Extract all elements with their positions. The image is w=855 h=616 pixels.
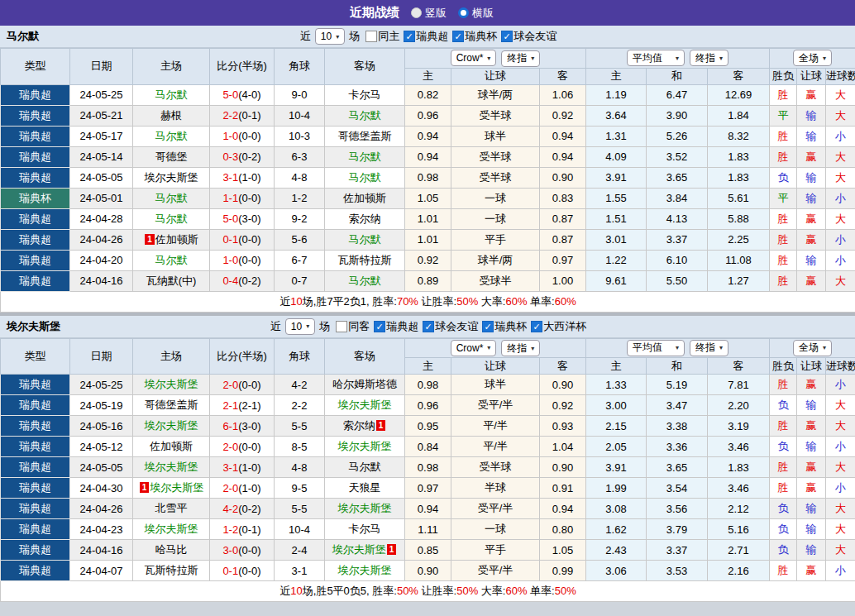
col-header: 比分(半场) [210, 338, 275, 375]
odds-home-cell: 0.92 [405, 250, 451, 270]
odds-handicap-cell: 受半球 [451, 105, 540, 126]
odds-away-cell: 0.94 [540, 126, 586, 146]
avg-home-cell: 1.22 [586, 250, 647, 270]
team-name: 瓦斯特拉斯 [338, 254, 392, 266]
type-badge: 瑞典超 [1, 229, 70, 250]
corner-cell: 9-5 [275, 478, 325, 499]
vertical-layout-radio[interactable] [411, 7, 422, 18]
filter-controls: 近10▾场同主✓瑞典超✓瑞典杯✓球会友谊 [299, 28, 556, 45]
score-cell: 3-1(1-0) [210, 457, 275, 478]
avg-draw-cell: 3.37 [647, 540, 708, 561]
type-badge: 瑞典超 [1, 540, 70, 561]
match-count-select[interactable]: 10▾ [285, 318, 315, 335]
corner-cell: 6-3 [275, 146, 325, 167]
corner-cell: 1-2 [275, 188, 325, 208]
league-checkbox-4[interactable]: ✓ [531, 321, 542, 332]
same-venue-checkbox[interactable] [365, 31, 377, 42]
league-checkbox-2[interactable]: ✓ [423, 321, 434, 332]
summary-text: 60% [555, 295, 576, 308]
odds-final-select[interactable]: 终指▾ [501, 50, 540, 67]
score-halftime: (3-0) [238, 212, 260, 225]
type-badge: 瑞典超 [1, 105, 70, 126]
scope-select[interactable]: 全场▾ [793, 340, 832, 356]
league-checkbox-1[interactable]: ✓ [374, 321, 385, 332]
league-checkbox-2-label: 瑞典杯 [465, 29, 497, 44]
league-checkbox-1[interactable]: ✓ [404, 31, 415, 42]
home-team-cell: 马尔默 [133, 250, 210, 270]
match-row: 瑞典超24-05-16埃尔夫斯堡6-1(3-0)5-5索尔纳10.95平/半0.… [1, 416, 855, 437]
league-checkbox-3-label: 球会友谊 [513, 29, 556, 44]
result-wdl-cell: 胜 [770, 270, 797, 291]
summary-cell: 近10场,胜5平0负5, 胜率:50% 让胜率:50% 大率:60% 单率:50… [1, 581, 855, 602]
avg-source-select[interactable]: 平均值▾ [627, 340, 685, 356]
corner-cell: 10-3 [275, 126, 325, 146]
match-row: 瑞典超24-05-05埃尔夫斯堡3-1(1-0)4-8马尔默0.98受半球0.9… [1, 167, 855, 188]
date-cell: 24-05-05 [70, 167, 133, 188]
type-badge: 瑞典超 [1, 126, 70, 146]
avg-home-cell: 1.99 [586, 478, 647, 499]
summary-text: 50% [555, 585, 576, 597]
odds-final-select[interactable]: 终指▾ [501, 340, 540, 356]
odds-company-select[interactable]: Crow*▾ [451, 340, 497, 356]
avg-source-select-value: 平均值 [633, 341, 662, 355]
away-team-cell: 卡尔马 [325, 84, 405, 105]
away-team-cell: 马尔默 [325, 146, 405, 167]
avg-final-select[interactable]: 终指▾ [690, 340, 728, 356]
date-cell: 24-05-21 [70, 105, 133, 126]
odds-handicap-cell: 球半 [451, 126, 540, 146]
date-cell: 24-04-26 [70, 499, 133, 519]
team-name: 马尔默 [349, 150, 381, 163]
score-cell: 5-0(4-0) [210, 84, 275, 105]
team-name: 赫根 [160, 109, 182, 122]
result-wdl-cell: 负 [770, 437, 797, 457]
corner-cell: 10-4 [275, 105, 325, 126]
result-handicap-cell: 赢 [797, 416, 826, 437]
match-count-select[interactable]: 10▾ [315, 28, 345, 45]
avg-home-cell: 2.43 [586, 540, 647, 561]
type-badge: 瑞典超 [1, 499, 70, 519]
avg-source-select[interactable]: 平均值▾ [627, 50, 685, 66]
result-goals-cell: 小 [826, 375, 855, 395]
avg-home-cell: 3.01 [586, 229, 647, 250]
score-cell: 1-0(0-0) [210, 250, 275, 270]
summary-row: 近10场,胜5平0负5, 胜率:50% 让胜率:50% 大率:60% 单率:50… [1, 581, 855, 602]
avg-final-select[interactable]: 终指▾ [690, 50, 728, 66]
date-cell: 24-04-20 [70, 250, 133, 270]
avg-draw-cell: 4.13 [647, 208, 708, 229]
result-goals-cell: 大 [826, 208, 855, 229]
result-goals-cell: 大 [826, 540, 855, 561]
odds-home-cell: 0.97 [405, 478, 451, 499]
scope-select[interactable]: 全场▾ [793, 50, 832, 66]
same-venue-checkbox-label: 同客 [348, 319, 370, 334]
avg-home-cell: 3.91 [586, 167, 647, 188]
odds-home-cell: 0.84 [405, 437, 451, 457]
odds-away-cell: 0.97 [540, 250, 586, 270]
odds-company-select[interactable]: Crow*▾ [451, 50, 497, 66]
same-venue-checkbox[interactable] [336, 321, 347, 332]
away-team-cell: 哈尔姆斯塔德 [325, 375, 405, 395]
result-handicap-cell: 赢 [797, 457, 826, 478]
avg-draw-cell: 3.47 [647, 395, 708, 416]
team-name: 佐加顿斯 [155, 233, 198, 246]
team-name: 索尔纳 [343, 419, 375, 432]
corner-cell: 5-5 [275, 499, 325, 519]
chevron-down-icon: ▾ [719, 344, 723, 351]
horizontal-layout-radio[interactable] [458, 7, 469, 18]
col-header: 角球 [275, 338, 325, 375]
team-name: 佐加顿斯 [343, 192, 386, 204]
result-handicap-cell: 赢 [797, 208, 826, 229]
avg-away-cell: 5.16 [708, 519, 770, 540]
team-name: 埃尔夫斯堡 [338, 564, 392, 576]
league-checkbox-2[interactable]: ✓ [452, 31, 464, 42]
avg-away-cell: 2.71 [708, 540, 770, 561]
league-checkbox-3[interactable]: ✓ [501, 31, 513, 42]
team-name: 埃尔夫斯堡 [145, 523, 198, 535]
team-name: 佐加顿斯 [150, 440, 193, 452]
avg-draw-cell: 3.65 [647, 167, 708, 188]
result-wdl-cell: 负 [770, 499, 797, 519]
away-team-cell: 埃尔夫斯堡 [325, 561, 405, 581]
league-checkbox-3[interactable]: ✓ [482, 321, 494, 332]
result-handicap-cell: 输 [797, 105, 826, 126]
summary-text: 场,胜7平2负1, 胜率: [303, 295, 397, 308]
match-row: 瑞典超24-05-25马尔默5-0(4-0)9-0卡尔马0.82球半/两1.06… [1, 84, 855, 105]
